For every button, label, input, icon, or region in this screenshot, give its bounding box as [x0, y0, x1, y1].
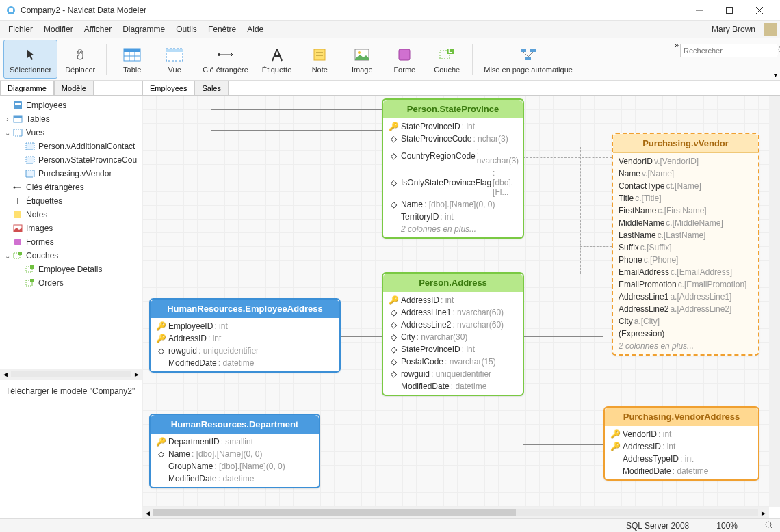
tree-shapes[interactable]: Formes: [0, 235, 142, 249]
menu-aide[interactable]: Aide: [242, 22, 269, 37]
tool-layer[interactable]: L Couche: [426, 40, 467, 79]
entity-state-province[interactable]: Person.StateProvince 🔑StateProvinceID: i…: [382, 98, 524, 239]
menu-fenetre[interactable]: Fenêtre: [203, 22, 242, 37]
svg-rect-40: [26, 170, 34, 177]
hand-icon: [70, 45, 90, 64]
tool-view[interactable]: Vue: [154, 40, 195, 79]
tree-views[interactable]: ⌄Vues: [0, 126, 142, 139]
field-row: Name v.[Name]: [613, 168, 758, 180]
connector: [341, 336, 382, 337]
tool-move[interactable]: Déplacer: [59, 40, 101, 79]
field-row: MiddleName c.[MiddleName]: [613, 217, 758, 229]
app-icon: [5, 5, 16, 16]
maximize-button[interactable]: [714, 1, 744, 20]
diagram-canvas[interactable]: Person.StateProvince 🔑StateProvinceID: i…: [142, 96, 769, 507]
tab-modele[interactable]: Modèle: [54, 81, 94, 95]
tool-fk[interactable]: Clé étrangère: [196, 40, 255, 79]
svg-rect-37: [14, 129, 22, 136]
tab-diagramme[interactable]: Diagramme: [0, 81, 54, 95]
download-model-link[interactable]: Télécharger le modèle "Company2": [5, 386, 135, 396]
tree-fks[interactable]: Clés étrangères: [0, 181, 142, 194]
svg-point-14: [218, 53, 220, 56]
menu-outils[interactable]: Outils: [170, 22, 203, 37]
menu-diagramme[interactable]: Diagramme: [117, 22, 170, 37]
svg-rect-48: [18, 252, 22, 255]
search-input[interactable]: [684, 46, 778, 55]
tree-layers[interactable]: ⌄Couches: [0, 249, 142, 263]
pk-icon: 🔑: [389, 122, 398, 131]
entity-vvendor[interactable]: Purchasing.vVendor VendorID v.[VendorID]…: [612, 133, 759, 356]
entity-employee-address[interactable]: HumanResources.EmployeeAddress 🔑Employee…: [149, 298, 341, 373]
connector: [211, 130, 382, 131]
entity-header: Person.Address: [383, 274, 523, 292]
field-row: ModifiedDate: datetime: [151, 473, 319, 485]
field-row: EmailAddress c.[EmailAddress]: [613, 266, 758, 278]
status-bar: SQL Server 2008 100%: [0, 518, 780, 532]
status-db: SQL Server 2008: [626, 521, 689, 531]
tab-sales[interactable]: Sales: [194, 81, 229, 95]
field-row: Phone c.[Phone]: [613, 254, 758, 266]
tree-view-item-2[interactable]: Purchasing.vVendor: [0, 167, 142, 181]
scroll-right[interactable]: ►: [131, 371, 142, 378]
entity-address[interactable]: Person.Address 🔑AddressID: int ◇AddressL…: [382, 272, 524, 396]
tree-labels[interactable]: TÉtiquettes: [0, 194, 142, 208]
minimize-button[interactable]: [684, 1, 714, 20]
tree-employees[interactable]: Employees: [0, 98, 142, 112]
user-avatar[interactable]: [764, 23, 777, 36]
field-row: Suffix c.[Suffix]: [613, 241, 758, 254]
toolbar-dropdown[interactable]: ▾: [774, 71, 777, 79]
scroll-track[interactable]: [11, 371, 131, 377]
pk-icon: 🔑: [610, 429, 620, 439]
menu-modifier[interactable]: Modifier: [38, 22, 79, 37]
tree-layer-item-0[interactable]: Employee Details: [0, 263, 142, 276]
tab-employees[interactable]: Employees: [142, 81, 194, 95]
tree-images[interactable]: Images: [0, 222, 142, 235]
field-row: 🔑StateProvinceID: int: [383, 120, 523, 133]
entity-department[interactable]: HumanResources.Department 🔑DepartmentID:…: [149, 414, 320, 488]
entity-vendor-address[interactable]: Purchasing.VendorAddress 🔑VendorID: int …: [603, 406, 759, 481]
vertical-scrollbar[interactable]: [769, 96, 780, 507]
field-row: AddressTypeID: int: [605, 453, 758, 465]
close-button[interactable]: [744, 1, 775, 20]
menu-fichier[interactable]: Fichier: [3, 22, 38, 37]
svg-rect-28: [525, 57, 531, 60]
tree-notes[interactable]: Notes: [0, 208, 142, 222]
scroll-track[interactable]: [153, 509, 758, 516]
tree-view-item-1[interactable]: Person.vStateProvinceCou: [0, 153, 142, 167]
tree-layer-item-1[interactable]: Orders: [0, 276, 142, 290]
svg-rect-33: [14, 101, 22, 109]
diamond-icon: ◇: [389, 134, 398, 144]
diamond-icon: ◇: [389, 357, 398, 367]
field-row: AddressLine1 a.[AddressLine1]: [613, 291, 758, 303]
scroll-left[interactable]: ◄: [142, 509, 153, 517]
scroll-right[interactable]: ►: [758, 509, 769, 517]
toolbar-search[interactable]: [680, 44, 777, 57]
tool-shape[interactable]: Forme: [384, 40, 425, 79]
side-panel: Employees ›Tables ⌄Vues Person.vAddition…: [0, 95, 142, 380]
tool-select[interactable]: Sélectionner: [3, 40, 57, 79]
tree-view-item-0[interactable]: Person.vAdditionalContact: [0, 139, 142, 153]
tool-autolayout[interactable]: Mise en page automatique: [478, 40, 579, 79]
svg-rect-44: [14, 211, 21, 218]
side-scrollbar[interactable]: ◄ ►: [0, 369, 142, 380]
tool-note[interactable]: Note: [299, 40, 340, 79]
side-tabs: Diagramme Modèle: [0, 81, 94, 95]
svg-rect-26: [521, 49, 526, 52]
table-icon: [122, 45, 142, 64]
scroll-left[interactable]: ◄: [0, 371, 11, 378]
pk-icon: 🔑: [389, 295, 398, 305]
tool-label[interactable]: Étiquette: [256, 40, 298, 79]
tool-image[interactable]: Image: [341, 40, 382, 79]
tool-table[interactable]: Table: [112, 40, 153, 79]
entity-header: Person.StateProvince: [383, 100, 523, 118]
tree-tables[interactable]: ›Tables: [0, 112, 142, 126]
diamond-icon: ◇: [389, 332, 398, 342]
user-name[interactable]: Mary Brown: [706, 22, 761, 37]
search-icon[interactable]: [765, 521, 775, 531]
field-row: ModifiedDate: datetime: [605, 465, 758, 477]
side-footer: Télécharger le modèle "Company2": [0, 380, 142, 518]
menu-afficher[interactable]: Afficher: [79, 22, 117, 37]
toolbar-more[interactable]: »: [675, 41, 679, 49]
horizontal-scrollbar[interactable]: ◄ ►: [142, 507, 769, 518]
scroll-thumb[interactable]: [153, 509, 516, 516]
